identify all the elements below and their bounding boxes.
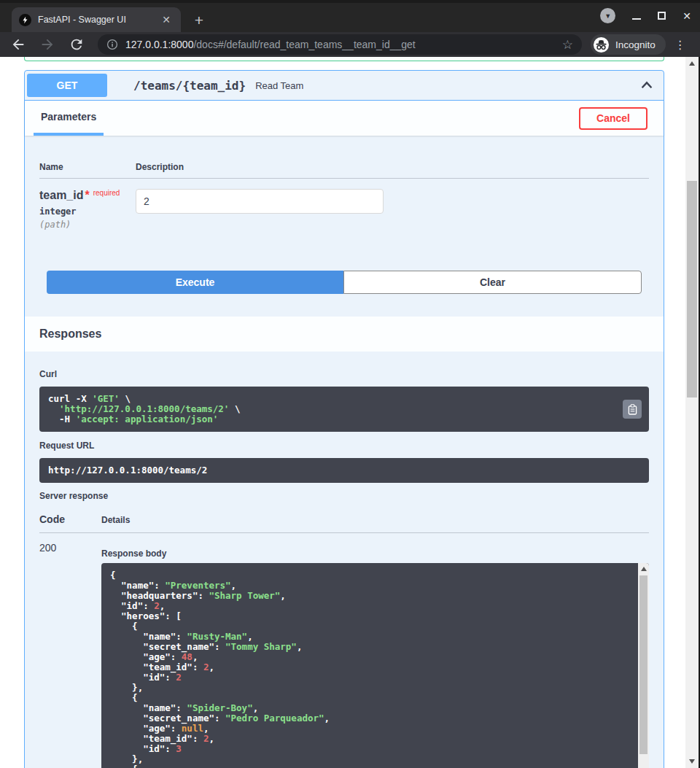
curl-label: Curl [39,369,649,379]
chrome-update-icon[interactable]: ▼ [600,8,615,23]
column-name: Name [39,162,136,172]
browser-titlebar: FastAPI - Swagger UI ✕ + ▼ ✕ [0,0,700,32]
incognito-icon [593,36,610,53]
bookmark-star-icon[interactable]: ☆ [561,37,575,53]
parameters-table-header: Name Description [39,150,649,179]
execute-row: Execute Clear [25,230,664,317]
param-name-cell: team_id*required integer (path) [39,189,136,230]
column-description: Description [136,162,649,172]
http-method-badge: GET [27,74,107,97]
param-name: team_id*required [39,189,136,202]
response-body-block: { "name": "Preventers", "headquarters": … [101,563,649,768]
browser-toolbar: 127.0.0.1:8000/docs#/default/read_team_t… [0,32,700,57]
response-details-cell: Response body { "name": "Preventers", "h… [101,542,649,768]
forward-icon[interactable] [39,36,55,53]
page-scrollbar-thumb[interactable] [687,181,697,397]
scroll-up-arrow-icon[interactable] [641,567,647,571]
required-label: required [93,189,120,197]
team-id-input[interactable] [136,189,384,214]
fastapi-favicon-icon [19,14,31,26]
required-star: * [85,189,89,201]
url-path: /docs#/default/read_team_teams__team_id_… [193,39,415,50]
reload-icon[interactable] [69,36,85,53]
param-type: integer [39,206,136,217]
get-endpoint-card: GET /teams/{team_id} Read Team Parameter… [24,70,664,768]
tab-title: FastAPI - Swagger UI [38,15,159,25]
status-code: 200 [39,542,101,768]
responses-title: Responses [25,317,664,352]
copy-to-clipboard-button[interactable] [623,400,642,419]
response-row: 200 Response body { "name": "Preventers"… [39,533,649,768]
request-url-block: http://127.0.0.1:8000/teams/2 [39,458,649,483]
tab-parameters[interactable]: Parameters [34,101,104,136]
clear-button[interactable]: Clear [343,271,642,294]
request-url-label: Request URL [39,441,649,451]
previous-endpoint-card-edge [24,57,664,61]
swagger-page: GET /teams/{team_id} Read Team Parameter… [0,57,700,768]
code-column-label: Code [39,513,101,525]
response-table-header: Code Details [39,513,649,533]
window-controls: ▼ ✕ [600,8,691,23]
incognito-label: Incognito [615,39,656,50]
browser-tab[interactable]: FastAPI - Swagger UI ✕ [12,7,181,32]
browser-menu-icon[interactable]: ⋮ [674,38,687,52]
responses-section: Curl curl -X 'GET' \ 'http://127.0.0.1:8… [25,352,664,768]
response-body-label: Response body [101,548,649,559]
back-icon[interactable] [10,36,26,53]
response-scrollbar-thumb[interactable] [639,575,648,754]
site-info-icon[interactable] [106,39,118,50]
maximize-button[interactable] [658,12,666,20]
endpoint-path: /teams/{team_id} [133,79,246,93]
curl-command-block: curl -X 'GET' \ 'http://127.0.0.1:8000/t… [39,387,649,432]
window-close-button[interactable]: ✕ [682,11,691,21]
details-column-label: Details [101,515,649,525]
param-description-cell [136,189,649,230]
url-bar[interactable]: 127.0.0.1:8000/docs#/default/read_team_t… [98,34,582,55]
page-scrollbar[interactable] [685,57,699,768]
execute-button[interactable]: Execute [47,271,343,294]
server-response-label: Server response [39,491,649,501]
collapse-chevron-icon[interactable] [639,77,655,93]
minimize-button[interactable] [632,18,641,20]
clipboard-icon [628,404,637,415]
table-row: team_id*required integer (path) [39,179,649,230]
url-host: 127.0.0.1:8000 [125,39,193,50]
incognito-badge: Incognito [591,34,666,55]
url-text: 127.0.0.1:8000/docs#/default/read_team_t… [125,39,561,50]
scrollbar-down-arrow-icon[interactable] [689,759,695,764]
parameters-table: Name Description team_id*required intege… [25,136,664,230]
scrollbar-up-arrow-icon[interactable] [689,61,695,66]
cancel-button[interactable]: Cancel [579,107,648,130]
tab-close-icon[interactable]: ✕ [159,13,174,26]
param-location: (path) [39,220,136,230]
parameters-section-header: Parameters Cancel [25,101,664,136]
endpoint-header[interactable]: GET /teams/{team_id} Read Team [25,71,664,101]
new-tab-button[interactable]: + [190,12,209,28]
response-body-scrollbar[interactable] [638,563,649,768]
endpoint-summary: Read Team [255,80,303,91]
request-url-value: http://127.0.0.1:8000/teams/2 [48,465,629,476]
